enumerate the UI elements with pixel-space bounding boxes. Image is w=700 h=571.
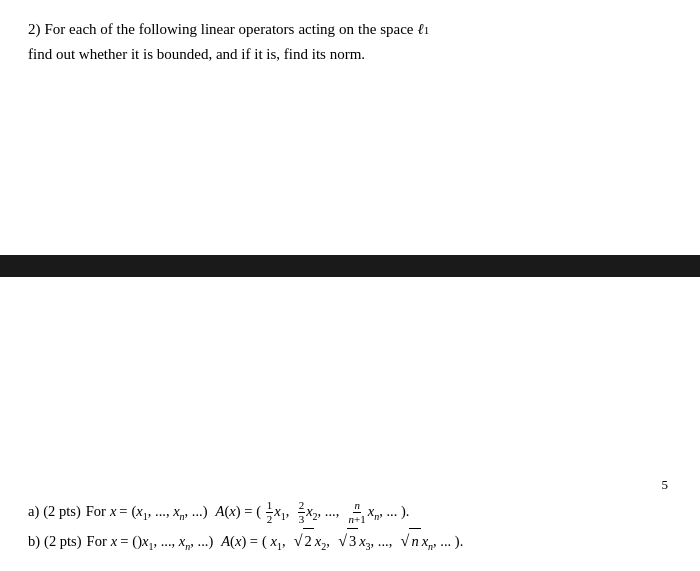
sqrt-2-wrap: √2 — [294, 528, 314, 554]
ell-superscript: 1 — [424, 22, 430, 39]
answers-section: a) (2 pts) For x = (x1, ..., xn, ...) A(… — [28, 499, 672, 555]
answer-part-b: b) (2 pts) For x = ()x1, ..., xn, ...) A… — [28, 528, 672, 555]
part-b-x-tuple: ()x1, ..., xn, ...) — [132, 529, 213, 555]
part-a-x-tuple: (x1, ..., xn, ...) — [132, 499, 208, 525]
part-b-for: For — [87, 529, 107, 554]
frac-n-n1: n n+1 — [348, 499, 367, 526]
part-b-A-label: A(x) = — [221, 529, 258, 554]
page-content: 2) For each of the following linear oper… — [0, 0, 700, 571]
part-a-x: x — [110, 499, 116, 524]
problem-header: 2) For each of the following linear oper… — [28, 18, 672, 65]
part-b-formula: ( x1, √2 x2, √3 x3, ..., √n xn, ... ). — [262, 528, 463, 555]
problem-line2: find out whether it is bounded, and if i… — [28, 43, 672, 66]
part-b-pts: (2 pts) — [44, 529, 81, 554]
part-a-label: a) — [28, 499, 39, 524]
part-a-formula: ( 1 2 x1, 2 3 x2, ..., n n+1 xn, ... ). — [256, 499, 409, 526]
frac-2-3: 2 3 — [298, 499, 306, 526]
problem-intro-text: For each of the following linear operato… — [45, 18, 295, 41]
sqrt-n-wrap: √n — [401, 528, 421, 554]
part-b-equals: = — [120, 529, 128, 554]
part-a-A-label: A(x) = — [216, 499, 253, 524]
part-a-for: For — [86, 499, 106, 524]
sqrt-3-wrap: √3 — [338, 528, 358, 554]
problem-number: 2) — [28, 18, 41, 41]
problem-line1: 2) For each of the following linear oper… — [28, 18, 672, 41]
page-number: 5 — [662, 477, 669, 493]
black-bar-divider — [0, 255, 700, 277]
on-text: on — [339, 18, 354, 41]
find-text: find out whether it is bounded, and if i… — [28, 46, 365, 62]
part-a-pts: (2 pts) — [43, 499, 80, 524]
acting-text: acting — [298, 18, 335, 41]
space-text: the space — [358, 18, 413, 41]
frac-1-2: 1 2 — [266, 499, 274, 526]
part-b-x: x — [111, 529, 117, 554]
answer-part-a: a) (2 pts) For x = (x1, ..., xn, ...) A(… — [28, 499, 672, 526]
part-b-label: b) — [28, 529, 40, 554]
part-a-equals: = — [119, 499, 127, 524]
